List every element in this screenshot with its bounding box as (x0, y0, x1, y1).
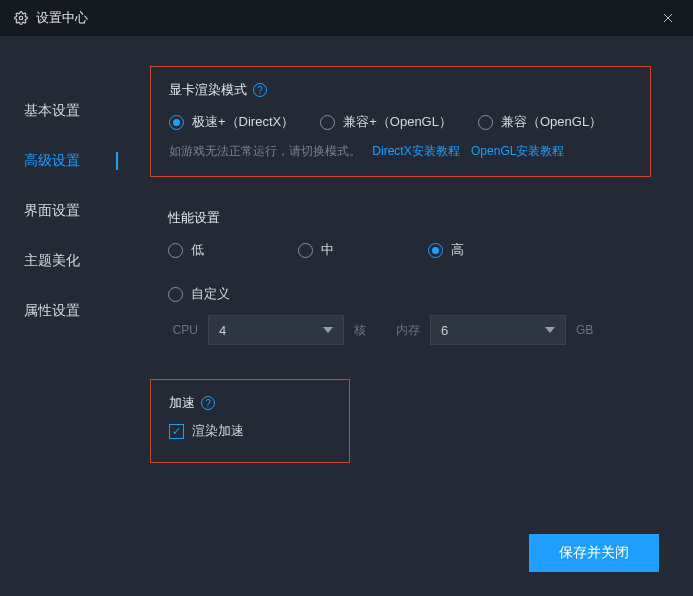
help-icon[interactable]: ? (201, 396, 215, 410)
accel-title-text: 加速 (169, 394, 195, 412)
radio-directx[interactable]: 极速+（DirectX） (169, 113, 294, 131)
radio-label: 低 (191, 241, 204, 259)
sidebar-item-label: 界面设置 (24, 202, 80, 220)
mem-select[interactable]: 6 (430, 315, 566, 345)
radio-dot-icon (320, 115, 335, 130)
save-and-close-button[interactable]: 保存并关闭 (529, 534, 659, 572)
cpu-select[interactable]: 4 (208, 315, 344, 345)
gpu-title-text: 显卡渲染模式 (169, 81, 247, 99)
link-opengl-tutorial[interactable]: OpenGL安装教程 (471, 144, 564, 158)
perf-radio-row: 低 中 高 自定义 (168, 241, 633, 303)
checkbox-label: 渲染加速 (192, 422, 244, 440)
performance-section: 性能设置 低 中 高 自定义 (150, 195, 651, 361)
cpu-value: 4 (219, 323, 226, 338)
gpu-radio-row: 极速+（DirectX） 兼容+（OpenGL） 兼容（OpenGL） (169, 113, 632, 131)
titlebar-left: 设置中心 (14, 9, 88, 27)
radio-dot-icon (168, 243, 183, 258)
sidebar-item-advanced[interactable]: 高级设置 (0, 136, 140, 186)
cpu-unit: 核 (354, 322, 366, 339)
radio-dot-icon (169, 115, 184, 130)
radio-label: 极速+（DirectX） (192, 113, 294, 131)
cpu-label: CPU (168, 323, 198, 337)
sidebar-item-properties[interactable]: 属性设置 (0, 286, 140, 336)
radio-label: 自定义 (191, 285, 230, 303)
titlebar: 设置中心 (0, 0, 693, 36)
mem-label: 内存 (390, 322, 420, 339)
mem-unit: GB (576, 323, 593, 337)
sidebar-item-label: 属性设置 (24, 302, 80, 320)
render-accel-checkbox[interactable]: ✓ 渲染加速 (169, 422, 331, 440)
accel-section-title: 加速 ? (169, 394, 331, 412)
sidebar: 基本设置 高级设置 界面设置 主题美化 属性设置 (0, 36, 140, 596)
gpu-section-title: 显卡渲染模式 ? (169, 81, 632, 99)
main-content: 显卡渲染模式 ? 极速+（DirectX） 兼容+（OpenGL） 兼容（Ope… (140, 36, 693, 596)
sidebar-item-label: 高级设置 (24, 152, 80, 170)
window-title: 设置中心 (36, 9, 88, 27)
radio-label: 兼容（OpenGL） (501, 113, 602, 131)
gpu-hint-row: 如游戏无法正常运行，请切换模式。 DirectX安装教程 OpenGL安装教程 (169, 143, 632, 160)
radio-dot-icon (168, 287, 183, 302)
close-button[interactable] (657, 7, 679, 29)
radio-high[interactable]: 高 (428, 241, 532, 259)
radio-medium[interactable]: 中 (298, 241, 402, 259)
sidebar-item-interface[interactable]: 界面设置 (0, 186, 140, 236)
resource-select-row: CPU 4 核 内存 6 GB (168, 315, 633, 345)
perf-section-title: 性能设置 (168, 209, 633, 227)
sidebar-item-label: 主题美化 (24, 252, 80, 270)
sidebar-item-theme[interactable]: 主题美化 (0, 236, 140, 286)
radio-custom[interactable]: 自定义 (168, 285, 272, 303)
radio-dot-icon (428, 243, 443, 258)
sidebar-item-basic[interactable]: 基本设置 (0, 86, 140, 136)
mem-value: 6 (441, 323, 448, 338)
link-directx-tutorial[interactable]: DirectX安装教程 (372, 144, 459, 158)
radio-opengl-plus[interactable]: 兼容+（OpenGL） (320, 113, 452, 131)
radio-opengl[interactable]: 兼容（OpenGL） (478, 113, 602, 131)
help-icon[interactable]: ? (253, 83, 267, 97)
radio-label: 中 (321, 241, 334, 259)
radio-label: 高 (451, 241, 464, 259)
checkbox-icon: ✓ (169, 424, 184, 439)
chevron-down-icon (545, 327, 555, 333)
radio-label: 兼容+（OpenGL） (343, 113, 452, 131)
gpu-render-section: 显卡渲染模式 ? 极速+（DirectX） 兼容+（OpenGL） 兼容（Ope… (150, 66, 651, 177)
gpu-hint-text: 如游戏无法正常运行，请切换模式。 (169, 144, 361, 158)
radio-low[interactable]: 低 (168, 241, 272, 259)
radio-dot-icon (478, 115, 493, 130)
acceleration-section: 加速 ? ✓ 渲染加速 (150, 379, 350, 463)
perf-title-text: 性能设置 (168, 209, 220, 227)
chevron-down-icon (323, 327, 333, 333)
radio-dot-icon (298, 243, 313, 258)
footer: 保存并关闭 (529, 534, 659, 572)
gear-icon (14, 11, 28, 25)
svg-point-0 (19, 16, 23, 20)
sidebar-item-label: 基本设置 (24, 102, 80, 120)
